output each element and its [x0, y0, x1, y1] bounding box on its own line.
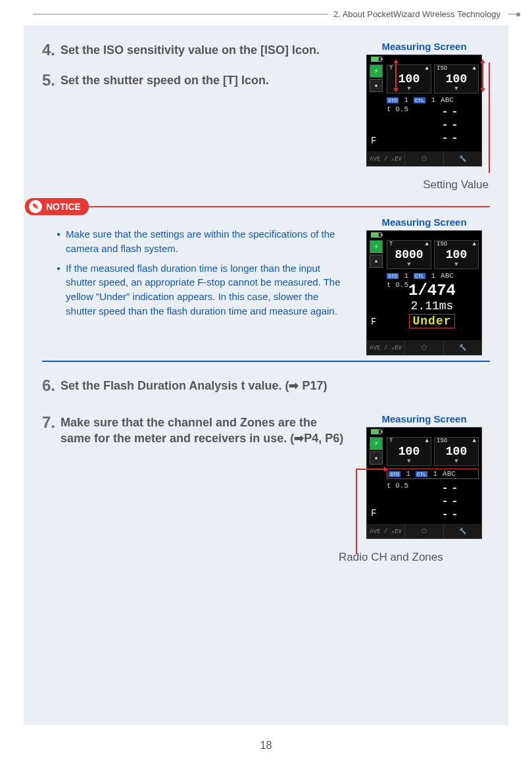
lcd-screen-2: ⚡ ✦ T▲ 8000 ▼ ISO▲ 100 ▼ [366, 230, 482, 355]
callout-arrow-icon [356, 469, 385, 470]
callout-arrow-icon [482, 63, 483, 89]
flash-mode-icon: ⚡ [370, 64, 383, 78]
page-number: 18 [0, 740, 532, 752]
section-header: 2. About PocketWizard Wireless Technolog… [0, 9, 532, 19]
lcd-screen-1: ⚡ ✦ T▲ 100 ▼ ISO▲ 100 ▼ [366, 55, 482, 166]
callout-line [356, 469, 357, 554]
step-text: Make sure that the channel and Zones are… [60, 413, 348, 447]
notice-item: Make sure that the settings are within t… [57, 227, 348, 256]
lcd-screen-3: ⚡ ✦ T▲ 100 ▼ ISO▲ 100 ▼ [366, 427, 482, 539]
under-indicator: Under [409, 314, 454, 328]
memory-button: ⬠ [405, 151, 443, 166]
callout-arrow-icon [395, 63, 397, 89]
callout-label: Radio CH and Zones [339, 551, 443, 564]
pencil-icon: ✎ [29, 200, 42, 213]
notice-badge: ✎ NOTICE [25, 198, 89, 215]
gear-icon: ✦ [370, 255, 383, 268]
t-panel: T▲ 8000 ▼ [387, 240, 431, 269]
fraction-reading: 1/474 [387, 282, 477, 299]
notice-item: If the measured flash duration time is l… [57, 261, 348, 319]
settings-button: 🔧 [444, 151, 481, 166]
step-text: Set the shutter speed on the [T] Icon. [60, 71, 269, 89]
notice-body: Make sure that the settings are within t… [42, 217, 348, 332]
step-5: 5. Set the shutter speed on the [T] Icon… [42, 71, 348, 89]
gear-icon: ✦ [370, 451, 383, 465]
step-number: 6. [42, 376, 60, 395]
callout-line [489, 63, 490, 173]
screen-label: Measuring Screen [381, 41, 466, 52]
content-panel: 4. Set the ISO sensitivity value on the … [24, 25, 508, 725]
section-title: 2. About PocketWizard Wireless Technolog… [333, 9, 504, 19]
t-panel: T▲ 100 ▼ [387, 437, 431, 466]
step-number: 7. [42, 413, 60, 447]
iso-panel: ISO▲ 100 ▼ [434, 437, 479, 466]
ms-reading: 2.11ms [387, 299, 477, 313]
screen-label: Measuring Screen [381, 413, 466, 424]
gear-icon: ✦ [370, 79, 383, 92]
callout-label: Setting Value [423, 178, 490, 192]
battery-icon [371, 57, 381, 62]
ave-ev-button: AVE / ▵EV [367, 151, 405, 166]
step-6: 6. Set the Flash Duration Analysis t val… [42, 376, 490, 395]
iso-panel: ISO▲ 100 ▼ [434, 240, 479, 269]
step-7: 7. Make sure that the channel and Zones … [42, 413, 348, 447]
step-text: Set the Flash Duration Analysis t value.… [60, 376, 327, 395]
step-number: 5. [42, 71, 60, 89]
flash-mode-icon: ⚡ [370, 240, 383, 253]
battery-icon [371, 429, 381, 434]
battery-icon [371, 232, 381, 238]
screen-label: Measuring Screen [381, 217, 466, 228]
iso-panel: ISO▲ 100 ▼ [434, 64, 479, 93]
flash-mode-icon: ⚡ [370, 437, 383, 450]
step-text: Set the ISO sensitivity value on the [IS… [60, 41, 320, 59]
step-4: 4. Set the ISO sensitivity value on the … [42, 41, 348, 59]
step-number: 4. [42, 41, 60, 59]
